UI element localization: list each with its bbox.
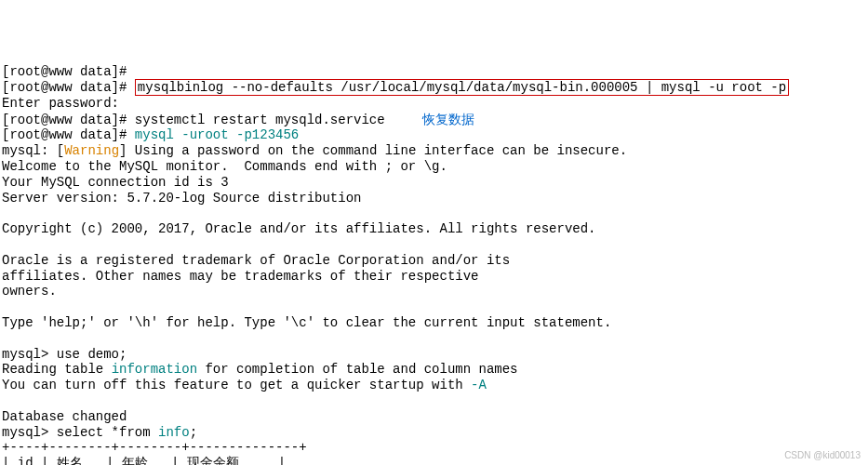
terminal-line: [root@www data]# mysqlbinlog --no-defaul… <box>2 80 866 96</box>
blank-line <box>2 331 866 347</box>
table-header: | id | 姓名 | 年龄 | 现金余额 | <box>2 456 866 465</box>
terminal-line: mysql> use demo; <box>2 347 866 363</box>
table-border: +----+--------+--------+--------------+ <box>2 440 866 456</box>
terminal-line: mysql: [Warning] Using a password on the… <box>2 143 866 159</box>
terminal-line: [root@www data]# systemctl restart mysql… <box>2 112 866 128</box>
watermark: CSDN @kid00013 <box>784 450 861 461</box>
terminal-line: Database changed <box>2 409 866 425</box>
terminal-line: Type 'help;' or '\h' for help. Type '\c'… <box>2 315 866 331</box>
annotation-restore-data: 恢复数据 <box>422 112 474 127</box>
terminal-line: affiliates. Other names may be trademark… <box>2 269 866 285</box>
terminal-line: Welcome to the MySQL monitor. Commands e… <box>2 159 866 175</box>
blank-line <box>2 393 866 409</box>
terminal-line: [root@www data]# mysql -uroot -p123456 <box>2 127 866 143</box>
highlighted-command: mysqlbinlog --no-defaults /usr/local/mys… <box>135 79 789 96</box>
terminal-line: [root@www data]# <box>2 64 866 80</box>
terminal-line: Reading table information for completion… <box>2 362 866 378</box>
blank-line <box>2 237 866 253</box>
terminal-line: Enter password: <box>2 96 866 112</box>
terminal-line: owners. <box>2 284 866 299</box>
blank-line <box>2 299 866 315</box>
terminal-line: Your MySQL connection id is 3 <box>2 175 866 191</box>
terminal-line: Server version: 5.7.20-log Source distri… <box>2 191 866 206</box>
terminal-line: Oracle is a registered trademark of Orac… <box>2 253 866 269</box>
terminal-line: You can turn off this feature to get a q… <box>2 378 866 393</box>
blank-line <box>2 206 866 221</box>
terminal-line: Copyright (c) 2000, 2017, Oracle and/or … <box>2 221 866 237</box>
terminal-line: mysql> select *from info; <box>2 425 866 441</box>
